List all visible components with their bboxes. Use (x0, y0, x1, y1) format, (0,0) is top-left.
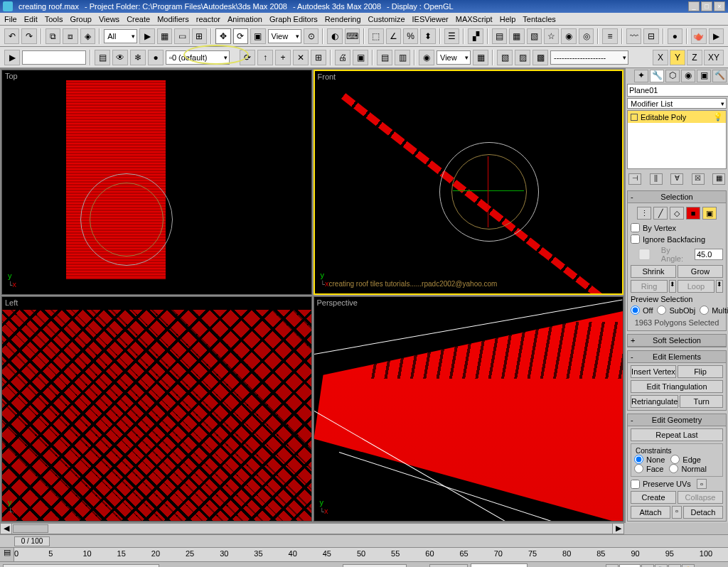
select-button[interactable]: ▶ (139, 28, 154, 44)
element-subobj[interactable]: ▣ (702, 207, 717, 220)
manip-button[interactable]: ◐ (327, 28, 342, 44)
select-tool2[interactable]: ▶ (4, 50, 20, 65)
angle-snap-button[interactable]: ∠ (386, 28, 401, 44)
motion-tab[interactable]: ◉ (681, 70, 695, 82)
view-dropdown[interactable]: View (437, 50, 471, 65)
opt2-icon[interactable]: ▤ (377, 50, 392, 65)
rotate-button[interactable]: ⟳ (233, 28, 248, 44)
attach-button[interactable]: Attach (631, 506, 670, 519)
expand-icon[interactable] (631, 114, 638, 121)
by-angle-checkbox[interactable]: By Angle: (631, 246, 693, 263)
menu-help[interactable]: Help (500, 15, 516, 23)
axis-x-button[interactable]: X (653, 50, 668, 65)
selection-filter-dropdown[interactable]: All (104, 29, 137, 43)
mirror-button[interactable]: ▞ (468, 28, 483, 44)
viewport-left[interactable]: Left y└x (1, 296, 312, 522)
opt1-icon[interactable]: ▣ (353, 50, 368, 65)
edit-geometry-header[interactable]: Edit Geometry (628, 414, 726, 426)
preview-multi-radio[interactable]: Multi (700, 306, 728, 315)
vopt3-icon[interactable]: ▨ (515, 50, 530, 65)
angle-input[interactable] (695, 249, 723, 260)
preserve-uvs-checkbox[interactable]: Preserve UVs ▫ (631, 479, 723, 489)
modify-tab[interactable]: 🔧 (650, 70, 664, 82)
align-button[interactable]: ▤ (492, 28, 507, 44)
nss-button[interactable]: ☰ (444, 28, 459, 44)
time-slider[interactable]: 0 / 100 (0, 534, 728, 547)
modifier-stack[interactable]: Editable Poly💡 (627, 110, 727, 169)
layer-freeze-button[interactable]: ❄ (130, 50, 146, 65)
layer-dropdown[interactable]: ▫ 0 (default) (166, 50, 230, 65)
minimize-button[interactable]: _ (688, 1, 700, 11)
by-vertex-checkbox[interactable]: By Vertex (631, 223, 723, 232)
shrink-button[interactable]: Shrink (631, 265, 676, 278)
edit-elements-header[interactable]: Edit Elements (628, 351, 726, 363)
view-icon[interactable]: ◉ (419, 50, 434, 65)
object-name-input[interactable] (627, 84, 728, 97)
refresh-icon[interactable]: ⟳ (240, 50, 255, 65)
layer-show-button[interactable]: 👁 (112, 50, 128, 65)
menu-tentacles[interactable]: Tentacles (523, 15, 555, 23)
menu-reactor[interactable]: reactor (196, 15, 220, 23)
unique-button[interactable]: ∀ (670, 173, 683, 185)
lightbulb-icon[interactable]: 💡 (713, 112, 723, 122)
quick-render-button[interactable]: ▶ (709, 28, 724, 44)
percent-snap-button[interactable]: % (403, 28, 418, 44)
insert-vertex-button[interactable]: Insert Vertex (631, 365, 676, 378)
polygon-subobj[interactable]: ■ (686, 207, 700, 220)
modifier-list-dropdown[interactable]: Modifier List (627, 98, 727, 109)
menu-group[interactable]: Group (70, 15, 92, 23)
ruler-opt-icon[interactable]: ▤ (0, 548, 14, 561)
hierarchy-tab[interactable]: ⬡ (665, 70, 680, 82)
rect-select-button[interactable]: ▭ (174, 28, 189, 44)
menu-tools[interactable]: Tools (45, 15, 63, 23)
edge-subobj[interactable]: ╱ (653, 207, 668, 220)
menu-maxscript[interactable]: MAXScript (456, 15, 493, 23)
constraint-face-radio[interactable]: Face (634, 464, 663, 473)
keymode-button[interactable]: ⌨ (345, 28, 360, 44)
stack-item[interactable]: Editable Poly (641, 113, 686, 122)
scale-button[interactable]: ▣ (250, 28, 265, 44)
selection-rollout-header[interactable]: Selection (628, 191, 726, 203)
menu-create[interactable]: Create (127, 15, 150, 23)
unlink-button[interactable]: ⧈ (63, 28, 77, 44)
layer-new-button[interactable]: ▤ (95, 50, 110, 65)
undo-button[interactable]: ↶ (4, 28, 19, 44)
redo-button[interactable]: ↷ (21, 28, 36, 44)
turn-button[interactable]: Turn (680, 395, 723, 408)
fov-button[interactable]: ◐ (668, 564, 681, 568)
pivot-button[interactable]: ⊙ (304, 28, 318, 44)
menu-grapheditors[interactable]: Graph Editors (269, 15, 318, 23)
vopt4-icon[interactable]: ▩ (532, 50, 548, 65)
grid-icon[interactable]: ⊞ (311, 50, 326, 65)
cross-icon[interactable]: ✕ (293, 50, 309, 65)
axis-xy-button[interactable]: XY (704, 50, 724, 65)
create-tab[interactable]: ✦ (634, 70, 648, 82)
quick-align-button[interactable]: ▦ (509, 28, 524, 44)
bind-button[interactable]: ◈ (80, 28, 95, 44)
pan-button[interactable]: ✋ (682, 564, 695, 568)
viewport-front[interactable]: Front y└x creating roof tiles tutorials.… (314, 70, 624, 295)
menu-file[interactable]: File (4, 15, 17, 23)
layers-button[interactable]: ≡ (602, 28, 617, 44)
snap-button[interactable]: ⬚ (368, 28, 383, 44)
border-subobj[interactable]: ◇ (670, 207, 684, 220)
curve-editor-button[interactable]: 〰 (626, 28, 641, 44)
preview-subobj-radio[interactable]: SubObj (657, 306, 695, 315)
menu-rendering[interactable]: Rendering (325, 15, 361, 23)
soft-selection-header[interactable]: Soft Selection (628, 335, 726, 347)
normal-align-button[interactable]: ▧ (527, 28, 542, 44)
select-name-button[interactable]: ▦ (157, 28, 172, 44)
print-icon[interactable]: 🖨 (335, 50, 350, 65)
menu-animation[interactable]: Animation (228, 15, 262, 23)
keymode-dropdown[interactable]: Selected (471, 563, 528, 568)
move-button[interactable]: ✥ (215, 28, 230, 44)
arrow-up-icon[interactable]: ↑ (257, 50, 273, 65)
flip-button[interactable]: Flip (678, 365, 723, 378)
remove-mod-button[interactable]: ☒ (692, 173, 705, 185)
material-button[interactable]: ● (668, 28, 682, 44)
opt3-icon[interactable]: ▥ (395, 50, 410, 65)
spinner-snap-button[interactable]: ⬍ (420, 28, 435, 44)
ref-coord-dropdown[interactable]: View (268, 29, 301, 43)
layer-add-button[interactable]: ● (148, 50, 164, 65)
scroll-right[interactable]: ▶ (612, 524, 623, 534)
